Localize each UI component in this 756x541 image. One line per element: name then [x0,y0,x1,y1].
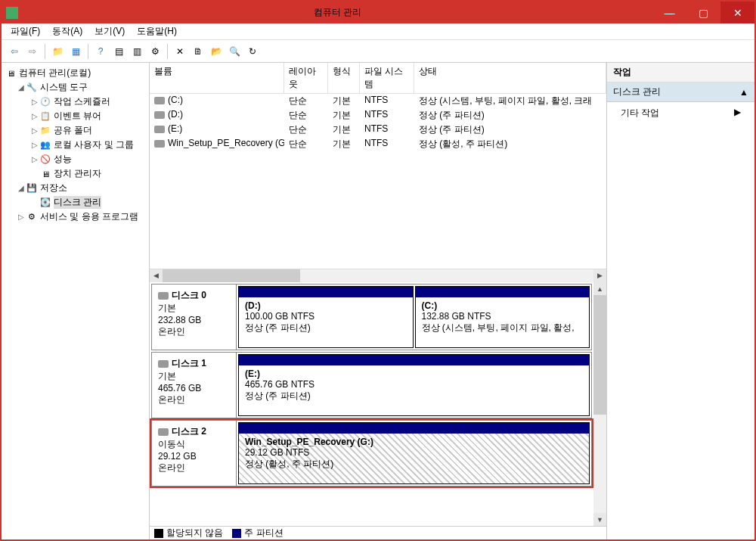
navigation-tree[interactable]: 🖥컴퓨터 관리(로컬) ◢🔧시스템 도구 ▷🕐작업 스케쥴러 ▷📋이벤트 뷰어 … [2,63,150,539]
scroll-left-icon[interactable]: ◀ [150,269,163,282]
action1-button[interactable]: 🗎 [190,43,206,60]
scrollbar-thumb[interactable] [163,269,300,282]
partition-label: Win_Setup_PE_Recovery (G:) [245,437,583,447]
partition-label: (E:) [245,368,583,379]
tree-local-users[interactable]: ▷👥로컬 사용자 및 그룹 [3,138,147,152]
table-row[interactable]: (D:)단순기본NTFS정상 (주 파티션) [150,108,606,123]
action2-button[interactable]: 📂 [208,43,225,60]
properties-button[interactable]: ▦ [67,43,84,60]
forward-button[interactable]: ⇨ [24,43,41,60]
col-filesystem[interactable]: 파일 시스템 [360,63,414,93]
zoom-button[interactable]: 🔍 [226,43,243,60]
refresh-button[interactable]: ↻ [244,43,261,60]
expand-icon[interactable]: ▷ [30,141,39,149]
disk-info: 디스크 2이동식29.12 GB온라인 [152,421,237,486]
tree-root[interactable]: 🖥컴퓨터 관리(로컬) [3,66,147,80]
toolbar-separator [167,44,168,59]
list-header: 볼륨 레이아웃 형식 파일 시스템 상태 [150,63,606,94]
toolbar-separator [45,44,45,59]
disk-name: 디스크 2 [172,426,206,437]
tree-event-viewer[interactable]: ▷📋이벤트 뷰어 [3,109,147,123]
delete-button[interactable]: ✕ [172,43,188,60]
chevron-right-icon: ▶ [734,107,741,120]
menu-view[interactable]: 보기(V) [88,23,131,39]
tree-storage[interactable]: ◢💾저장소 [3,181,147,195]
tree-disk-management[interactable]: 💽디스크 관리 [3,195,147,210]
settings-button[interactable]: ⚙ [147,43,163,60]
partition-header [239,355,589,365]
legend: 할당되지 않음 주 파티션 [150,526,606,539]
partition[interactable]: (D:)100.00 GB NTFS정상 (주 파티션) [238,286,414,348]
col-volume[interactable]: 볼륨 [150,63,284,93]
col-status[interactable]: 상태 [414,63,606,93]
tree-label: 디스크 관리 [54,196,101,209]
show-hide-tree-button[interactable]: 📁 [49,43,66,60]
minimize-button[interactable]: — [652,2,686,23]
tree-performance[interactable]: ▷🚫성능 [3,152,147,166]
list-button[interactable]: ▥ [129,43,145,60]
col-layout[interactable]: 레이아웃 [284,63,328,93]
menu-file[interactable]: 파일(F) [5,23,46,39]
partition[interactable]: (C:)132.88 GB NTFS정상 (시스템, 부팅, 페이지 파일, 활… [415,286,590,348]
actions-section-diskmgmt[interactable]: 디스크 관리 ▲ [607,82,754,102]
partition-info: 465.76 GB NTFS [245,379,583,390]
disk-icon [154,140,165,148]
disk-type: 기본 [158,370,230,383]
back-button[interactable]: ⇦ [6,43,23,60]
tree-label: 로컬 사용자 및 그룹 [54,138,134,151]
partition-status: 정상 (시스템, 부팅, 페이지 파일, 활성, [422,322,584,334]
tree-services[interactable]: ▷⚙서비스 및 응용 프로그램 [3,210,147,224]
disk-size: 232.88 GB [158,315,230,325]
disk-icon [158,360,169,368]
help-button[interactable]: ? [92,43,109,60]
tree-task-scheduler[interactable]: ▷🕐작업 스케쥴러 [3,95,147,109]
expand-icon[interactable]: ▷ [30,112,39,120]
tree-label: 서비스 및 응용 프로그램 [40,210,138,223]
tree-system-tools[interactable]: ◢🔧시스템 도구 [3,80,147,95]
table-row[interactable]: (E:)단순기본NTFS정상 (주 파티션) [150,123,606,137]
expand-icon[interactable]: ▷ [30,155,39,163]
scroll-right-icon[interactable]: ▶ [593,269,606,282]
volume-list: 볼륨 레이아웃 형식 파일 시스템 상태 (C:)단순기본NTFS정상 (시스템… [150,63,606,282]
expand-icon[interactable]: ▷ [17,213,26,221]
disk-icon [158,428,169,436]
menu-help[interactable]: 도움말(H) [131,23,183,39]
scroll-up-icon[interactable]: ▲ [593,282,606,295]
tree-label: 저장소 [40,182,67,194]
disk-name: 디스크 0 [172,290,206,300]
table-row[interactable]: Win_Setup_PE_Recovery (G:)단순기본NTFS정상 (활성… [150,137,606,151]
expand-icon[interactable]: ▷ [30,126,39,135]
disk-map: 디스크 0기본232.88 GB온라인(D:)100.00 GB NTFS정상 … [150,282,606,539]
col-type[interactable]: 형식 [328,63,360,93]
maximize-button[interactable]: ▢ [686,2,720,23]
tile-button[interactable]: ▤ [110,43,127,60]
scrollbar-thumb[interactable] [593,295,606,415]
menu-action[interactable]: 동작(A) [46,23,88,39]
tree-label: 컴퓨터 관리(로컬) [19,67,91,79]
disk-row[interactable]: 디스크 2이동식29.12 GB온라인Win_Setup_PE_Recovery… [151,420,592,487]
collapse-icon[interactable]: ◢ [17,184,26,192]
partition[interactable]: Win_Setup_PE_Recovery (G:)29.12 GB NTFS정… [238,422,590,484]
partition-header [239,423,589,434]
horizontal-scrollbar[interactable]: ◀ ▶ [150,269,606,281]
actions-section-label: 디스크 관리 [613,86,661,98]
window-title: 컴퓨터 관리 [23,6,652,19]
collapse-icon[interactable]: ◢ [17,83,26,92]
partition-label: (C:) [422,300,584,311]
scroll-down-icon[interactable]: ▼ [593,513,606,526]
actions-panel: 작업 디스크 관리 ▲ 기타 작업 ▶ [607,63,754,539]
actions-more[interactable]: 기타 작업 ▶ [607,102,754,124]
close-button[interactable]: ✕ [720,2,754,23]
disk-row[interactable]: 디스크 1기본465.76 GB온라인(E:)465.76 GB NTFS정상 … [151,352,592,418]
disk-row[interactable]: 디스크 0기본232.88 GB온라인(D:)100.00 GB NTFS정상 … [151,284,592,350]
expand-icon[interactable]: ▷ [30,98,39,106]
table-row[interactable]: (C:)단순기본NTFS정상 (시스템, 부팅, 페이지 파일, 활성, 크래 [150,94,606,108]
tree-shared-folders[interactable]: ▷📁공유 폴더 [3,123,147,138]
vertical-scrollbar[interactable]: ▲ ▼ [593,282,606,526]
legend-swatch-primary [232,529,241,538]
partition[interactable]: (E:)465.76 GB NTFS정상 (주 파티션) [238,354,590,416]
disk-icon [154,97,165,104]
tree-device-manager[interactable]: 🖥장치 관리자 [3,166,147,181]
partition-status: 정상 (활성, 주 파티션) [245,458,583,471]
partition-info: 29.12 GB NTFS [245,447,583,458]
